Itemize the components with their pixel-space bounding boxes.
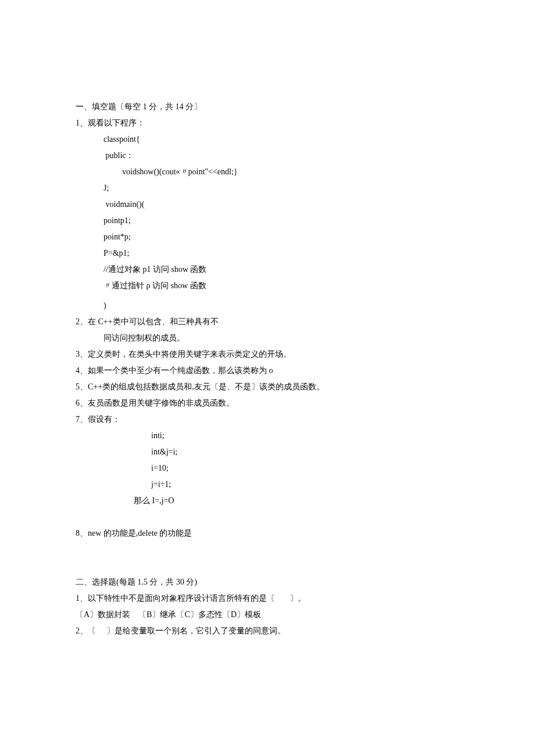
q1-stem: 1、观看以下程序：	[76, 115, 459, 131]
q1-code-line: public：	[76, 148, 459, 164]
section-2-title: 二、选择题(每题 1.5 分，共 30 分)	[76, 574, 459, 590]
q1-code-line: )	[76, 298, 459, 314]
s2-q1: 1、以下特性中不是面向对象程序设计语言所特有的是〔 〕。	[76, 590, 459, 607]
q1-code-line: point*p;	[76, 229, 459, 245]
q2-line-2: 同访问控制权的成员。	[76, 330, 459, 346]
s2-q1-options: 〔A〕数据封装 〔B〕继承〔C〕多态性〔D〕模板	[76, 607, 459, 623]
s2-q2: 2、〔 〕是给变量取一个别名，它引入了变量的同意词。	[76, 623, 459, 639]
q7-stem: 7、假设有：	[76, 411, 459, 428]
q7-code-line: inti;	[76, 428, 459, 444]
q6: 6、友员函数是用关键字修饰的非成员函数。	[76, 395, 459, 411]
q8: 8、new 的功能是,delete 的功能是	[76, 525, 459, 542]
q1-code-line: P=&p1;	[76, 245, 459, 261]
q7-code-line: i=10;	[76, 460, 459, 476]
section-1-title: 一、填空题〔每空 1 分，共 14 分〕	[76, 99, 459, 115]
q1-code-line: classpoint{	[76, 131, 459, 148]
q3: 3、定义类时，在类头中将使用关键字来表示类定义的开场。	[76, 346, 459, 363]
q1-code-line: voidshow()(cout«〃point"<<endl;}	[76, 164, 459, 180]
q7-code-line: j=i÷1;	[76, 476, 459, 493]
spacer	[76, 509, 459, 525]
spacer	[76, 542, 459, 574]
q2-line-1: 2、在 C++类中可以包含、和三种具有不	[76, 314, 459, 330]
q1-code-line: //通过对象 p1 访问 show 函数	[76, 261, 459, 278]
q1-code-line: 〃通过指针 ρ 访问 show 函数	[76, 278, 459, 294]
q4: 4、如果一个类中至少有一个纯虚函数，那么该类称为 o	[76, 363, 459, 379]
q7-code-line: int&j=i;	[76, 444, 459, 460]
document-page: 一、填空题〔每空 1 分，共 14 分〕 1、观看以下程序： classpoin…	[0, 0, 535, 756]
q5: 5、C++类的组成包括数据成员和,友元〔是、不是〕该类的成员函数。	[76, 379, 459, 395]
q1-code-line: pointp1;	[76, 213, 459, 229]
q1-code-line: voidmain()(	[76, 196, 459, 213]
q7-result-line: 那么 I=,j=O	[76, 493, 459, 509]
q1-code-line: J;	[76, 180, 459, 196]
